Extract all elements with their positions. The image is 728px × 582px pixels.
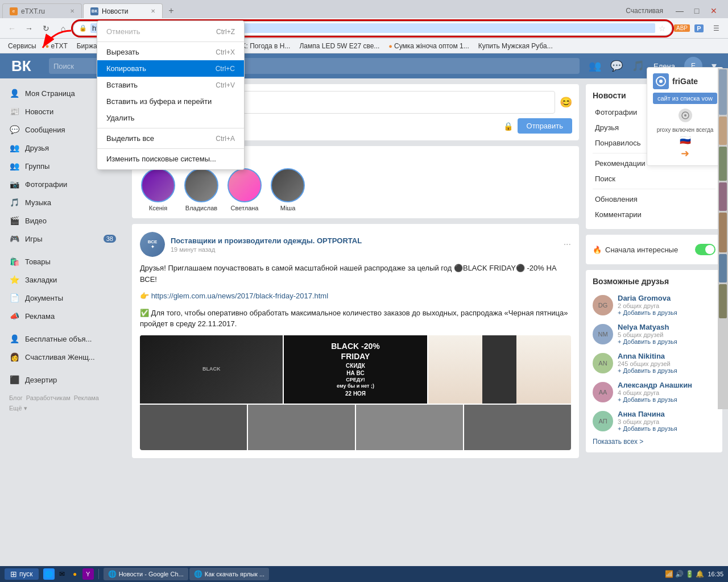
header-music-icon[interactable]: 🎵 [632,60,644,72]
bookmark-sumka[interactable]: ● Сумка жіноча оптом 1... [385,41,472,51]
sidebar-item-music[interactable]: 🎵 Музыка [0,193,125,211]
bookmark-services[interactable]: Сервисы [5,41,40,51]
tab-etxt-close[interactable]: ✕ [70,8,75,14]
emoji-icon[interactable]: 😊 [560,96,572,109]
taskbar-ie-icon[interactable]: 🌐 [43,568,55,580]
sidebar-item-photos[interactable]: 📷 Фотографии [0,175,125,193]
close-button[interactable]: ✕ [706,3,721,18]
thumb-4[interactable] [719,182,727,211]
filter-comments[interactable]: Комментарии [593,207,715,222]
ctx-delete[interactable]: Удалить [97,110,244,126]
sidebar-item-desert[interactable]: ⬛ Дезертир [0,371,125,389]
ctx-search-engines[interactable]: Изменить поисковые системы... [97,151,244,167]
frigate-vow-button[interactable]: сайт из списка vow [653,93,717,104]
interesting-toggle[interactable] [695,244,715,255]
friend-daria-name[interactable]: Daria Gromova [618,294,715,302]
ctx-paste-go[interactable]: Вставить из буфера и перейти [97,93,244,110]
post-image-1[interactable]: BLACK [140,335,283,404]
sidebar-item-video[interactable]: 🎬 Видео [0,211,125,230]
post-image-6[interactable] [356,405,463,450]
tray-battery-icon[interactable]: 🔋 [685,570,694,578]
taskbar-mail-icon[interactable]: ✉ [56,568,68,580]
post-menu-icon[interactable]: ··· [564,239,571,250]
tab-etxt[interactable]: e eTXT.ru ✕ [2,3,82,18]
show-all-friends[interactable]: Показать всех > [593,438,715,446]
friend-daria-add[interactable]: + Добавить в друзья [618,309,715,316]
friend-anna-p-name[interactable]: Анна Пачина [618,410,715,418]
story-kseniya[interactable]: Ксенія [141,168,175,211]
menu-button[interactable]: ☰ [709,21,723,36]
friend-alexander-add[interactable]: + Добавить в друзья [618,396,715,403]
ctx-cut[interactable]: Вырезать Ctrl+X [97,44,244,60]
friend-alexander-name[interactable]: Александр Анашкин [618,381,715,389]
story-svetlana[interactable]: Светлана [228,168,262,211]
sidebar-item-shop[interactable]: 🛍️ Товары [0,252,125,271]
ctx-paste[interactable]: Вставить Ctrl+V [97,77,244,93]
story-vladislav[interactable]: Владислав [184,168,218,211]
maximize-button[interactable]: □ [689,3,704,18]
friend-anna-p-add[interactable]: + Добавить в друзья [618,425,715,432]
ctx-cancel[interactable]: Отменить Ctrl+Z [97,23,244,40]
post-image-3[interactable] [428,335,571,404]
thumb-1[interactable] [719,69,727,115]
friend-nelya-name[interactable]: Nelya Matyash [618,323,715,331]
tab-novosti[interactable]: ВК Новости ✕ [83,3,163,18]
post-image-2[interactable]: BLACK -20% FRIDAY СКИДК НА ВС СРЕДУ! ему… [284,335,427,404]
post-image-4[interactable] [140,405,247,450]
attachment-icon[interactable]: 🔒 [503,122,513,131]
ctx-copy[interactable]: Копировать Ctrl+C [97,60,244,77]
thumb-7[interactable] [719,284,727,318]
taskbar-clock[interactable]: 16:35 [708,571,723,577]
sidebar-item-free[interactable]: 👤 Бесплатные объя... [0,330,125,348]
post-image-5[interactable] [248,405,355,450]
post-author-name[interactable]: Поставщики и производители одежды. OPTPO… [171,236,558,245]
forward-button[interactable]: → [22,21,36,36]
minimize-button[interactable]: — [672,3,687,18]
post-link[interactable]: https://glem.com.ua/news/2017/black-frid… [151,292,328,300]
new-tab-button[interactable]: + [164,3,179,18]
tray-network-icon[interactable]: 📶 [665,570,673,578]
bookmark-kupit[interactable]: Купить Мужская Руба... [475,41,556,51]
frigate-arrow-icon[interactable]: ➜ [653,147,717,160]
friend-anna-n-add[interactable]: + Добавить в друзья [618,367,715,374]
bookmark-star-icon[interactable]: ☆ [659,24,666,33]
sidebar-item-docs[interactable]: 📄 Документы [0,289,125,307]
footer-dev[interactable]: Разработчикам [26,394,71,401]
story-misha[interactable]: Міша [271,168,305,211]
filter-updates[interactable]: Обновления [593,192,715,207]
tab-novosti-close[interactable]: ✕ [151,8,155,14]
footer-more[interactable]: Ещё ▾ [9,405,27,412]
sidebar-item-ads[interactable]: 📣 Реклама [0,307,125,325]
taskbar-window-chrome-1[interactable]: 🌐 Новости - Google Ch... [104,568,188,580]
friend-anna-n-name[interactable]: Anna Nikitina [618,352,715,360]
back-button[interactable]: ← [5,21,19,36]
bookmark-lampa[interactable]: Лампа LED 5W E27 све... [296,41,383,51]
footer-reklama[interactable]: Реклама [74,394,99,401]
thumb-3[interactable] [719,147,727,181]
profile-button[interactable]: P [692,21,706,36]
filter-search[interactable]: Поиск [593,171,715,186]
footer-blog[interactable]: Блог [9,394,23,401]
header-friends-icon[interactable]: 👥 [589,60,601,72]
home-button[interactable]: ⌂ [56,21,71,36]
sidebar-item-games[interactable]: 🎮 Игры 38 [0,230,125,248]
taskbar-chat-icon[interactable]: ● [69,568,81,580]
thumb-6[interactable] [719,254,727,282]
bookmark-etxt[interactable]: ● eTXT [42,41,71,51]
tray-volume-icon[interactable]: 🔊 [675,570,684,578]
sidebar-item-lucky[interactable]: 👩 Счастливая Женщ... [0,348,125,366]
thumb-5[interactable] [719,213,727,252]
tray-notification-icon[interactable]: 🔔 [696,570,704,578]
post-image-7[interactable] [464,405,571,450]
taskbar-y-icon[interactable]: Y [82,568,94,580]
send-button[interactable]: Отправить [518,118,572,134]
reload-button[interactable]: ↻ [39,21,53,36]
start-button[interactable]: ⊞ пуск [5,568,39,580]
thumb-2[interactable] [719,117,727,145]
taskbar-window-chrome-2[interactable]: 🌐 Как скачать ярлык ... [189,568,269,580]
friend-nelya-add[interactable]: + Добавить в друзья [618,338,715,345]
abp-button[interactable]: ABP [675,21,689,36]
ctx-selectall[interactable]: Выделить все Ctrl+A [97,130,244,147]
sidebar-item-bookmarks[interactable]: ⭐ Закладки [0,271,125,289]
header-messages-icon[interactable]: 💬 [610,60,623,72]
